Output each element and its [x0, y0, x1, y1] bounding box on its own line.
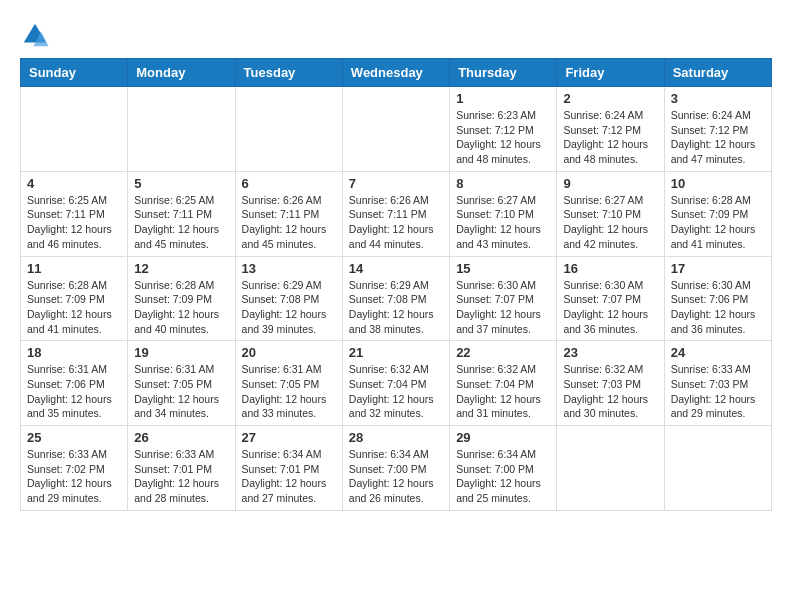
calendar-cell [235, 87, 342, 172]
day-info: Sunrise: 6:26 AM Sunset: 7:11 PM Dayligh… [349, 193, 443, 252]
day-number: 10 [671, 176, 765, 191]
day-info: Sunrise: 6:34 AM Sunset: 7:00 PM Dayligh… [456, 447, 550, 506]
calendar-cell: 4Sunrise: 6:25 AM Sunset: 7:11 PM Daylig… [21, 171, 128, 256]
day-number: 22 [456, 345, 550, 360]
weekday-row: SundayMondayTuesdayWednesdayThursdayFrid… [21, 59, 772, 87]
calendar-cell: 17Sunrise: 6:30 AM Sunset: 7:06 PM Dayli… [664, 256, 771, 341]
page-header [20, 20, 772, 50]
day-number: 13 [242, 261, 336, 276]
calendar-cell: 7Sunrise: 6:26 AM Sunset: 7:11 PM Daylig… [342, 171, 449, 256]
calendar-cell: 2Sunrise: 6:24 AM Sunset: 7:12 PM Daylig… [557, 87, 664, 172]
day-info: Sunrise: 6:30 AM Sunset: 7:06 PM Dayligh… [671, 278, 765, 337]
calendar-cell: 28Sunrise: 6:34 AM Sunset: 7:00 PM Dayli… [342, 426, 449, 511]
weekday-header-friday: Friday [557, 59, 664, 87]
weekday-header-wednesday: Wednesday [342, 59, 449, 87]
day-number: 26 [134, 430, 228, 445]
day-number: 17 [671, 261, 765, 276]
calendar-cell [21, 87, 128, 172]
calendar-cell: 9Sunrise: 6:27 AM Sunset: 7:10 PM Daylig… [557, 171, 664, 256]
week-row-5: 25Sunrise: 6:33 AM Sunset: 7:02 PM Dayli… [21, 426, 772, 511]
day-info: Sunrise: 6:31 AM Sunset: 7:06 PM Dayligh… [27, 362, 121, 421]
weekday-header-monday: Monday [128, 59, 235, 87]
logo-icon [20, 20, 50, 50]
day-number: 23 [563, 345, 657, 360]
day-info: Sunrise: 6:34 AM Sunset: 7:00 PM Dayligh… [349, 447, 443, 506]
day-number: 27 [242, 430, 336, 445]
calendar-cell: 13Sunrise: 6:29 AM Sunset: 7:08 PM Dayli… [235, 256, 342, 341]
day-number: 29 [456, 430, 550, 445]
day-number: 5 [134, 176, 228, 191]
day-info: Sunrise: 6:26 AM Sunset: 7:11 PM Dayligh… [242, 193, 336, 252]
calendar-cell: 3Sunrise: 6:24 AM Sunset: 7:12 PM Daylig… [664, 87, 771, 172]
logo [20, 20, 54, 50]
calendar-cell [128, 87, 235, 172]
day-number: 12 [134, 261, 228, 276]
day-number: 18 [27, 345, 121, 360]
day-info: Sunrise: 6:33 AM Sunset: 7:01 PM Dayligh… [134, 447, 228, 506]
calendar-cell: 16Sunrise: 6:30 AM Sunset: 7:07 PM Dayli… [557, 256, 664, 341]
week-row-3: 11Sunrise: 6:28 AM Sunset: 7:09 PM Dayli… [21, 256, 772, 341]
week-row-1: 1Sunrise: 6:23 AM Sunset: 7:12 PM Daylig… [21, 87, 772, 172]
day-number: 6 [242, 176, 336, 191]
day-info: Sunrise: 6:32 AM Sunset: 7:04 PM Dayligh… [349, 362, 443, 421]
calendar-header: SundayMondayTuesdayWednesdayThursdayFrid… [21, 59, 772, 87]
calendar-cell: 10Sunrise: 6:28 AM Sunset: 7:09 PM Dayli… [664, 171, 771, 256]
day-number: 9 [563, 176, 657, 191]
weekday-header-tuesday: Tuesday [235, 59, 342, 87]
calendar-cell: 8Sunrise: 6:27 AM Sunset: 7:10 PM Daylig… [450, 171, 557, 256]
day-info: Sunrise: 6:29 AM Sunset: 7:08 PM Dayligh… [349, 278, 443, 337]
day-number: 1 [456, 91, 550, 106]
day-number: 16 [563, 261, 657, 276]
calendar-cell [557, 426, 664, 511]
day-info: Sunrise: 6:30 AM Sunset: 7:07 PM Dayligh… [456, 278, 550, 337]
weekday-header-saturday: Saturday [664, 59, 771, 87]
calendar-cell: 11Sunrise: 6:28 AM Sunset: 7:09 PM Dayli… [21, 256, 128, 341]
calendar-cell: 26Sunrise: 6:33 AM Sunset: 7:01 PM Dayli… [128, 426, 235, 511]
day-number: 21 [349, 345, 443, 360]
day-number: 24 [671, 345, 765, 360]
day-info: Sunrise: 6:31 AM Sunset: 7:05 PM Dayligh… [242, 362, 336, 421]
calendar-cell: 19Sunrise: 6:31 AM Sunset: 7:05 PM Dayli… [128, 341, 235, 426]
calendar-cell: 25Sunrise: 6:33 AM Sunset: 7:02 PM Dayli… [21, 426, 128, 511]
day-info: Sunrise: 6:29 AM Sunset: 7:08 PM Dayligh… [242, 278, 336, 337]
calendar-cell: 15Sunrise: 6:30 AM Sunset: 7:07 PM Dayli… [450, 256, 557, 341]
day-number: 4 [27, 176, 121, 191]
calendar-cell: 1Sunrise: 6:23 AM Sunset: 7:12 PM Daylig… [450, 87, 557, 172]
calendar-cell: 14Sunrise: 6:29 AM Sunset: 7:08 PM Dayli… [342, 256, 449, 341]
day-info: Sunrise: 6:25 AM Sunset: 7:11 PM Dayligh… [134, 193, 228, 252]
day-number: 28 [349, 430, 443, 445]
calendar-cell [664, 426, 771, 511]
day-info: Sunrise: 6:33 AM Sunset: 7:03 PM Dayligh… [671, 362, 765, 421]
weekday-header-thursday: Thursday [450, 59, 557, 87]
calendar-cell: 12Sunrise: 6:28 AM Sunset: 7:09 PM Dayli… [128, 256, 235, 341]
day-number: 25 [27, 430, 121, 445]
calendar-cell: 24Sunrise: 6:33 AM Sunset: 7:03 PM Dayli… [664, 341, 771, 426]
day-info: Sunrise: 6:28 AM Sunset: 7:09 PM Dayligh… [671, 193, 765, 252]
day-number: 11 [27, 261, 121, 276]
calendar-cell: 27Sunrise: 6:34 AM Sunset: 7:01 PM Dayli… [235, 426, 342, 511]
calendar-cell: 20Sunrise: 6:31 AM Sunset: 7:05 PM Dayli… [235, 341, 342, 426]
day-number: 19 [134, 345, 228, 360]
day-info: Sunrise: 6:24 AM Sunset: 7:12 PM Dayligh… [563, 108, 657, 167]
calendar-cell: 18Sunrise: 6:31 AM Sunset: 7:06 PM Dayli… [21, 341, 128, 426]
day-number: 15 [456, 261, 550, 276]
calendar-body: 1Sunrise: 6:23 AM Sunset: 7:12 PM Daylig… [21, 87, 772, 511]
day-info: Sunrise: 6:32 AM Sunset: 7:03 PM Dayligh… [563, 362, 657, 421]
day-info: Sunrise: 6:28 AM Sunset: 7:09 PM Dayligh… [134, 278, 228, 337]
day-info: Sunrise: 6:33 AM Sunset: 7:02 PM Dayligh… [27, 447, 121, 506]
calendar: SundayMondayTuesdayWednesdayThursdayFrid… [20, 58, 772, 511]
day-info: Sunrise: 6:32 AM Sunset: 7:04 PM Dayligh… [456, 362, 550, 421]
weekday-header-sunday: Sunday [21, 59, 128, 87]
day-info: Sunrise: 6:25 AM Sunset: 7:11 PM Dayligh… [27, 193, 121, 252]
day-info: Sunrise: 6:24 AM Sunset: 7:12 PM Dayligh… [671, 108, 765, 167]
day-info: Sunrise: 6:27 AM Sunset: 7:10 PM Dayligh… [563, 193, 657, 252]
day-info: Sunrise: 6:23 AM Sunset: 7:12 PM Dayligh… [456, 108, 550, 167]
calendar-cell: 29Sunrise: 6:34 AM Sunset: 7:00 PM Dayli… [450, 426, 557, 511]
calendar-cell: 22Sunrise: 6:32 AM Sunset: 7:04 PM Dayli… [450, 341, 557, 426]
calendar-cell: 21Sunrise: 6:32 AM Sunset: 7:04 PM Dayli… [342, 341, 449, 426]
calendar-cell: 5Sunrise: 6:25 AM Sunset: 7:11 PM Daylig… [128, 171, 235, 256]
week-row-4: 18Sunrise: 6:31 AM Sunset: 7:06 PM Dayli… [21, 341, 772, 426]
day-info: Sunrise: 6:34 AM Sunset: 7:01 PM Dayligh… [242, 447, 336, 506]
calendar-cell [342, 87, 449, 172]
calendar-cell: 6Sunrise: 6:26 AM Sunset: 7:11 PM Daylig… [235, 171, 342, 256]
